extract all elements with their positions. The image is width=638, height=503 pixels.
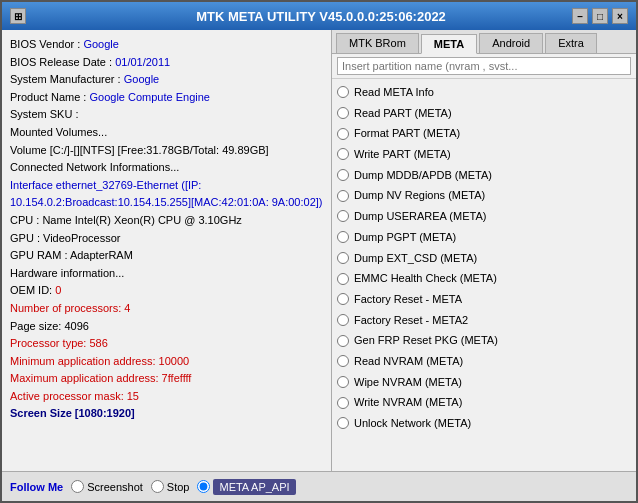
- info-line: Active processor mask: 15: [10, 388, 323, 406]
- info-line: Interface ethernet_32769-Ethernet ([IP: …: [10, 177, 323, 212]
- screenshot-radio[interactable]: [71, 480, 84, 493]
- info-line: Hardware information...: [10, 265, 323, 283]
- search-bar: [332, 54, 636, 79]
- option-dump-pgpt: Dump PGPT (META): [337, 227, 631, 248]
- window-title: MTK META UTILITY V45.0.0.0:25:06:2022: [70, 9, 572, 24]
- radio-format-part[interactable]: [337, 128, 349, 140]
- option-dump-nv-regions: Dump NV Regions (META): [337, 185, 631, 206]
- bottom-bar: Follow Me Screenshot Stop META AP_API: [2, 471, 636, 501]
- option-dump-ext-csd: Dump EXT_CSD (META): [337, 248, 631, 269]
- meta-ap-api-radio[interactable]: [197, 480, 210, 493]
- option-read-nvram: Read NVRAM (META): [337, 351, 631, 372]
- screenshot-label: Screenshot: [87, 481, 143, 493]
- option-unlock-network: Unlock Network (META): [337, 413, 631, 434]
- option-factory-reset-meta2: Factory Reset - META2: [337, 310, 631, 331]
- title-bar-controls: – □ ×: [572, 8, 628, 24]
- option-emmc-health: EMMC Health Check (META): [337, 268, 631, 289]
- info-line: System Manufacturer : Google: [10, 71, 323, 89]
- option-read-meta-info: Read META Info: [337, 82, 631, 103]
- radio-unlock-network[interactable]: [337, 417, 349, 429]
- radio-read-nvram[interactable]: [337, 355, 349, 367]
- info-line: Connected Network Informations...: [10, 159, 323, 177]
- tab-bar: MTK BRom META Android Extra: [332, 30, 636, 54]
- option-write-part: Write PART (META): [337, 144, 631, 165]
- radio-wipe-nvram[interactable]: [337, 376, 349, 388]
- info-line: GPU : VideoProcessor: [10, 230, 323, 248]
- main-window: ⊞ MTK META UTILITY V45.0.0.0:25:06:2022 …: [0, 0, 638, 503]
- radio-emmc-health[interactable]: [337, 273, 349, 285]
- info-line: Processor type: 586: [10, 335, 323, 353]
- search-input[interactable]: [337, 57, 631, 75]
- info-line: CPU : Name Intel(R) Xeon(R) CPU @ 3.10GH…: [10, 212, 323, 230]
- info-line: BIOS Release Date : 01/01/2011: [10, 54, 323, 72]
- stop-radio[interactable]: [151, 480, 164, 493]
- minimize-button[interactable]: –: [572, 8, 588, 24]
- info-line: Product Name : Google Compute Engine: [10, 89, 323, 107]
- title-bar: ⊞ MTK META UTILITY V45.0.0.0:25:06:2022 …: [2, 2, 636, 30]
- info-line: Maximum application address: 7ffeffff: [10, 370, 323, 388]
- options-list: Read META Info Read PART (META) Format P…: [332, 79, 636, 471]
- radio-gen-frp[interactable]: [337, 335, 349, 347]
- screenshot-radio-group: Screenshot: [71, 480, 143, 493]
- info-line: BIOS Vendor : Google: [10, 36, 323, 54]
- tab-meta[interactable]: META: [421, 34, 477, 54]
- option-write-nvram: Write NVRAM (META): [337, 392, 631, 413]
- option-format-part: Format PART (META): [337, 123, 631, 144]
- radio-read-meta-info[interactable]: [337, 86, 349, 98]
- radio-dump-ext-csd[interactable]: [337, 252, 349, 264]
- info-line: Volume [C:/]-[][NTFS] [Free:31.78GB/Tota…: [10, 142, 323, 160]
- restore-button[interactable]: □: [592, 8, 608, 24]
- info-line: System SKU :: [10, 106, 323, 124]
- info-line: Minimum application address: 10000: [10, 353, 323, 371]
- tab-android[interactable]: Android: [479, 33, 543, 53]
- radio-dump-pgpt[interactable]: [337, 231, 349, 243]
- info-line: Mounted Volumes...: [10, 124, 323, 142]
- radio-factory-reset-meta2[interactable]: [337, 314, 349, 326]
- meta-ap-api-label: META AP_API: [213, 479, 295, 495]
- radio-factory-reset-meta[interactable]: [337, 293, 349, 305]
- stop-label: Stop: [167, 481, 190, 493]
- tab-extra[interactable]: Extra: [545, 33, 597, 53]
- radio-write-nvram[interactable]: [337, 397, 349, 409]
- meta-ap-api-radio-group: META AP_API: [197, 479, 295, 495]
- radio-dump-mddb[interactable]: [337, 169, 349, 181]
- radio-dump-nv-regions[interactable]: [337, 190, 349, 202]
- stop-radio-group: Stop: [151, 480, 190, 493]
- info-line: Page size: 4096: [10, 318, 323, 336]
- option-wipe-nvram: Wipe NVRAM (META): [337, 372, 631, 393]
- window-icon: ⊞: [10, 8, 26, 24]
- right-panel: MTK BRom META Android Extra Read META In…: [332, 30, 636, 471]
- info-line: Number of processors: 4: [10, 300, 323, 318]
- radio-dump-userarea[interactable]: [337, 210, 349, 222]
- info-line: GPU RAM : AdapterRAM: [10, 247, 323, 265]
- radio-write-part[interactable]: [337, 148, 349, 160]
- radio-read-part[interactable]: [337, 107, 349, 119]
- screen-size-line: Screen Size [1080:1920]: [10, 405, 323, 423]
- option-gen-frp: Gen FRP Reset PKG (META): [337, 330, 631, 351]
- option-dump-mddb: Dump MDDB/APDB (META): [337, 165, 631, 186]
- info-line: OEM ID: 0: [10, 282, 323, 300]
- left-panel: BIOS Vendor : Google BIOS Release Date :…: [2, 30, 332, 471]
- tab-mtk-brom[interactable]: MTK BRom: [336, 33, 419, 53]
- content-area: BIOS Vendor : Google BIOS Release Date :…: [2, 30, 636, 471]
- close-button[interactable]: ×: [612, 8, 628, 24]
- option-read-part: Read PART (META): [337, 103, 631, 124]
- option-factory-reset-meta: Factory Reset - META: [337, 289, 631, 310]
- follow-me-link[interactable]: Follow Me: [10, 481, 63, 493]
- option-dump-userarea: Dump USERAREA (META): [337, 206, 631, 227]
